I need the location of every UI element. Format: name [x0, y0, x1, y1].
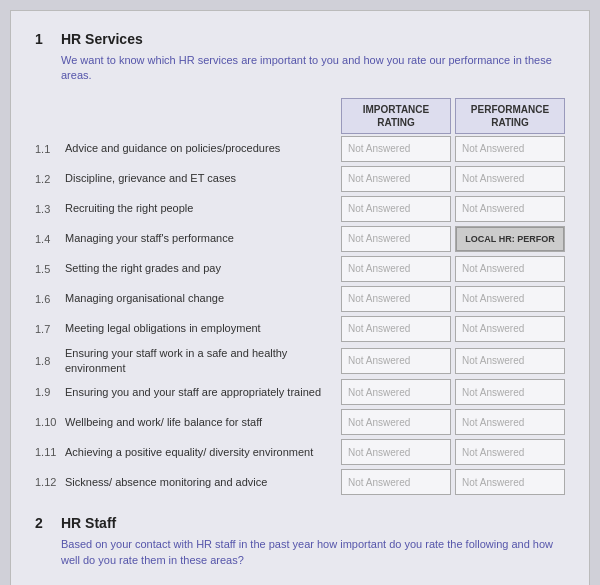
table-row: 1.9 Ensuring you and your staff are appr… — [35, 379, 565, 405]
row-inputs: Not Answered Not Answered — [341, 439, 565, 465]
row-inputs: Not Answered Not Answered — [341, 256, 565, 282]
row-num: 1.9 — [35, 386, 65, 398]
row-num: 1.11 — [35, 446, 65, 458]
row-inputs: Not Answered Not Answered — [341, 286, 565, 312]
row-label: Managing your staff's performance — [65, 231, 341, 246]
importance-input[interactable]: Not Answered — [341, 166, 451, 192]
performance-input[interactable]: Not Answered — [455, 469, 565, 495]
importance-input[interactable]: Not Answered — [341, 316, 451, 342]
row-num: 1.6 — [35, 293, 65, 305]
col-headers: IMPORTANCE RATING PERFORMANCE RATING — [35, 98, 565, 134]
table-row: 1.5 Setting the right grades and pay Not… — [35, 256, 565, 282]
table-row: 1.2 Discipline, grievance and ET cases N… — [35, 166, 565, 192]
col-header-performance: PERFORMANCE RATING — [455, 98, 565, 134]
section-2-num: 2 — [35, 515, 51, 531]
row-label: Recruiting the right people — [65, 201, 341, 216]
table-row: 1.12 Sickness/ absence monitoring and ad… — [35, 469, 565, 495]
performance-input[interactable]: Not Answered — [455, 379, 565, 405]
row-num: 1.1 — [35, 143, 65, 155]
importance-input[interactable]: Not Answered — [341, 196, 451, 222]
importance-input[interactable]: Not Answered — [341, 348, 451, 374]
row-num: 1.3 — [35, 203, 65, 215]
row-inputs: Not Answered Not Answered — [341, 196, 565, 222]
row-label: Ensuring you and your staff are appropri… — [65, 385, 341, 400]
row-inputs: Not Answered Not Answered — [341, 379, 565, 405]
row-num: 1.5 — [35, 263, 65, 275]
col-header-importance: IMPORTANCE RATING — [341, 98, 451, 134]
row-label: Discipline, grievance and ET cases — [65, 171, 341, 186]
row-inputs: Not Answered Not Answered — [341, 316, 565, 342]
performance-input[interactable]: Not Answered — [455, 196, 565, 222]
row-label: Managing organisational change — [65, 291, 341, 306]
row-label: Meeting legal obligations in employment — [65, 321, 341, 336]
row-inputs: Not Answered Not Answered — [341, 136, 565, 162]
importance-input[interactable]: Not Answered — [341, 286, 451, 312]
performance-input[interactable]: Not Answered — [455, 166, 565, 192]
section-2-desc: Based on your contact with HR staff in t… — [35, 537, 565, 568]
importance-input[interactable]: Not Answered — [341, 409, 451, 435]
table-row: 1.3 Recruiting the right people Not Answ… — [35, 196, 565, 222]
performance-input[interactable]: LOCAL HR: PERFORNot Answered — [455, 226, 565, 252]
row-num: 1.2 — [35, 173, 65, 185]
row-label: Ensuring your staff work in a safe and h… — [65, 346, 341, 376]
rows-container: 1.1 Advice and guidance on policies/proc… — [35, 136, 565, 496]
overlay-label: LOCAL HR: PERFOR — [456, 227, 564, 251]
row-inputs: Not Answered Not Answered — [341, 409, 565, 435]
section-1-num: 1 — [35, 31, 51, 47]
table-row: 1.6 Managing organisational change Not A… — [35, 286, 565, 312]
row-label: Sickness/ absence monitoring and advice — [65, 475, 341, 490]
performance-input[interactable]: Not Answered — [455, 316, 565, 342]
section-1-desc: We want to know which HR services are im… — [35, 53, 565, 84]
table-row: 1.11 Achieving a positive equality/ dive… — [35, 439, 565, 465]
row-num: 1.12 — [35, 476, 65, 488]
table-row: 1.1 Advice and guidance on policies/proc… — [35, 136, 565, 162]
section-1-title: HR Services — [61, 31, 143, 47]
importance-input[interactable]: Not Answered — [341, 469, 451, 495]
row-num: 1.8 — [35, 355, 65, 367]
importance-input[interactable]: Not Answered — [341, 379, 451, 405]
performance-input[interactable]: Not Answered — [455, 439, 565, 465]
row-label: Setting the right grades and pay — [65, 261, 341, 276]
section-2-title: HR Staff — [61, 515, 116, 531]
performance-input[interactable]: Not Answered — [455, 256, 565, 282]
table-row: 1.7 Meeting legal obligations in employm… — [35, 316, 565, 342]
section-2-header: 2 HR Staff — [35, 515, 565, 531]
row-inputs: Not Answered Not Answered — [341, 166, 565, 192]
section-1-header: 1 HR Services — [35, 31, 565, 47]
performance-input[interactable]: Not Answered — [455, 136, 565, 162]
row-label: Wellbeing and work/ life balance for sta… — [65, 415, 341, 430]
section-2: 2 HR Staff Based on your contact with HR… — [35, 515, 565, 568]
performance-input[interactable]: Not Answered — [455, 348, 565, 374]
row-inputs: Not Answered LOCAL HR: PERFORNot Answere… — [341, 226, 565, 252]
row-inputs: Not Answered Not Answered — [341, 469, 565, 495]
table-row: 1.10 Wellbeing and work/ life balance fo… — [35, 409, 565, 435]
importance-input[interactable]: Not Answered — [341, 136, 451, 162]
table-row: 1.8 Ensuring your staff work in a safe a… — [35, 346, 565, 376]
table-row: 1.4 Managing your staff's performance No… — [35, 226, 565, 252]
importance-input[interactable]: Not Answered — [341, 439, 451, 465]
row-num: 1.10 — [35, 416, 65, 428]
row-label: Achieving a positive equality/ diversity… — [65, 445, 341, 460]
row-label: Advice and guidance on policies/procedur… — [65, 141, 341, 156]
page: 1 HR Services We want to know which HR s… — [10, 10, 590, 585]
performance-input[interactable]: Not Answered — [455, 409, 565, 435]
section-1-table: IMPORTANCE RATING PERFORMANCE RATING 1.1… — [35, 98, 565, 496]
importance-input[interactable]: Not Answered — [341, 226, 451, 252]
row-num: 1.4 — [35, 233, 65, 245]
performance-input[interactable]: Not Answered — [455, 286, 565, 312]
importance-input[interactable]: Not Answered — [341, 256, 451, 282]
row-num: 1.7 — [35, 323, 65, 335]
row-inputs: Not Answered Not Answered — [341, 348, 565, 374]
